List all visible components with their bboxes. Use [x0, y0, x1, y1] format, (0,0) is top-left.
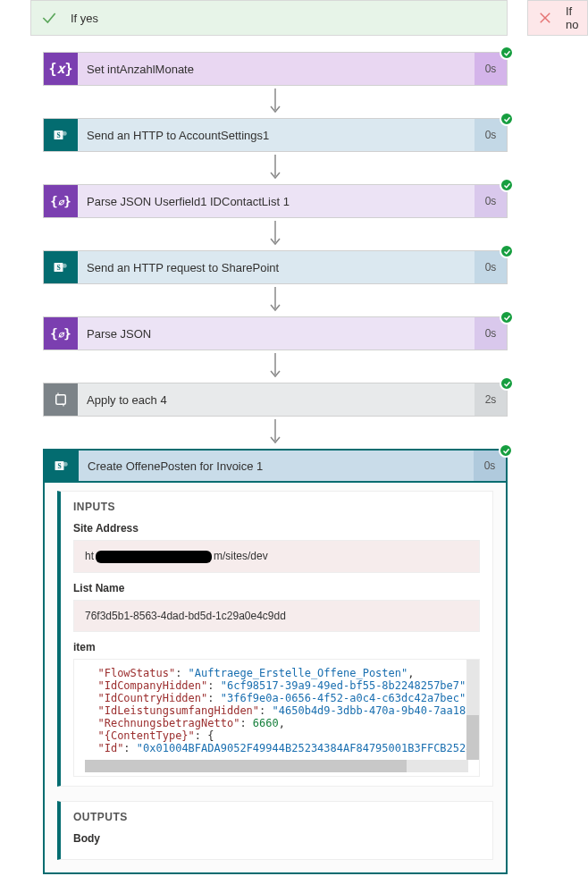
step-create-offeneposten[interactable]: S Create OffenePosten for Invoice 1 0s — [43, 449, 508, 483]
branch-no-label: If no — [562, 4, 587, 31]
step-title: Apply to each 4 — [78, 383, 475, 416]
success-badge-icon — [500, 112, 514, 126]
json-row: "RechnungsbetragNetto": 6660, — [85, 717, 468, 729]
brace-icon: {x} — [44, 53, 78, 85]
step-parse-uf[interactable]: {∅}Parse JSON Userfield1 IDContactList 1… — [43, 184, 508, 218]
success-badge-icon — [500, 46, 514, 60]
step-title: Send an HTTP to AccountSettings1 — [78, 119, 475, 151]
json-row: "{ContentType}": { — [85, 729, 468, 742]
check-icon — [31, 0, 67, 36]
site-address-label: Site Address — [73, 522, 480, 535]
success-badge-icon — [499, 443, 513, 458]
svg-point-10 — [63, 264, 67, 268]
success-badge-icon — [500, 310, 514, 324]
step-http-sp[interactable]: SSend an HTTP request to SharePoint0s — [43, 250, 508, 284]
svg-text:S: S — [56, 131, 60, 139]
svg-text:S: S — [56, 264, 60, 272]
item-label: item — [73, 641, 480, 653]
list-name-value: 76f3d5b1-8563-4dad-bd5d-1c29a0e4c9dd — [73, 600, 480, 632]
step-set-var[interactable]: {x}Set intAnzahlMonate0s — [43, 52, 508, 86]
json-icon: {∅} — [44, 317, 78, 350]
svg-point-5 — [63, 131, 67, 136]
success-badge-icon — [500, 244, 514, 258]
arrow-down-icon — [43, 152, 508, 184]
outputs-title: OUTPUTS — [73, 811, 480, 823]
inputs-section: INPUTS Site Address htm/sites/dev List N… — [57, 491, 493, 787]
arrow-down-icon — [43, 417, 508, 449]
branch-no-header[interactable]: If no — [527, 0, 588, 36]
step-title: Create OffenePosten for Invoice 1 — [79, 451, 474, 481]
list-name-label: List Name — [73, 582, 480, 594]
body-label: Body — [73, 832, 480, 845]
json-row: "IdCountryHidden": "3f6f9e0a-0656-4f52-a… — [85, 692, 468, 704]
site-address-value: htm/sites/dev — [73, 540, 480, 573]
success-badge-icon — [500, 376, 514, 391]
sp-icon: S — [44, 251, 78, 283]
item-json-value[interactable]: "FlowStatus": "Auftraege_Erstelle_Offene… — [73, 659, 480, 777]
step-http-acct[interactable]: SSend an HTTP to AccountSettings10s — [43, 118, 508, 152]
step-title: Parse JSON — [78, 317, 475, 350]
svg-rect-13 — [56, 395, 66, 405]
loop-icon — [44, 383, 78, 416]
step-loop[interactable]: Apply to each 42s — [43, 383, 508, 417]
json-row: "Id": "0x01004BFADA9052F49944B25234384AF… — [85, 742, 468, 754]
arrow-down-icon — [43, 218, 508, 250]
arrow-down-icon — [43, 86, 508, 118]
json-row: "IdCompanyHidden": "6cf98517-39a9-49ed-b… — [85, 679, 468, 692]
step-expanded-panel: INPUTS Site Address htm/sites/dev List N… — [43, 482, 508, 874]
success-badge-icon — [500, 178, 514, 192]
arrow-down-icon — [43, 284, 508, 316]
sharepoint-icon: S — [45, 451, 79, 481]
inputs-title: INPUTS — [73, 501, 480, 513]
step-parse[interactable]: {∅}Parse JSON0s — [43, 316, 508, 350]
step-title: Parse JSON Userfield1 IDContactList 1 — [78, 185, 475, 217]
vertical-scrollbar[interactable] — [466, 660, 479, 760]
redacted-icon — [96, 551, 212, 563]
svg-point-17 — [63, 462, 68, 467]
close-icon — [528, 0, 562, 36]
sp-icon: S — [44, 119, 78, 151]
branch-yes-label: If yes — [67, 12, 98, 25]
json-row: "FlowStatus": "Auftraege_Erstelle_Offene… — [85, 667, 468, 679]
svg-text:S: S — [57, 462, 61, 470]
arrow-down-icon — [43, 350, 508, 383]
json-row: "IdLeistungsumfangHidden": "4650b4d9-3db… — [85, 704, 468, 717]
branch-yes-header[interactable]: If yes — [30, 0, 508, 36]
outputs-section: OUTPUTS Body — [57, 801, 493, 860]
horizontal-scrollbar[interactable] — [85, 760, 468, 772]
json-icon: {∅} — [44, 185, 78, 217]
step-title: Set intAnzahlMonate — [78, 53, 475, 85]
step-title: Send an HTTP request to SharePoint — [78, 251, 475, 283]
